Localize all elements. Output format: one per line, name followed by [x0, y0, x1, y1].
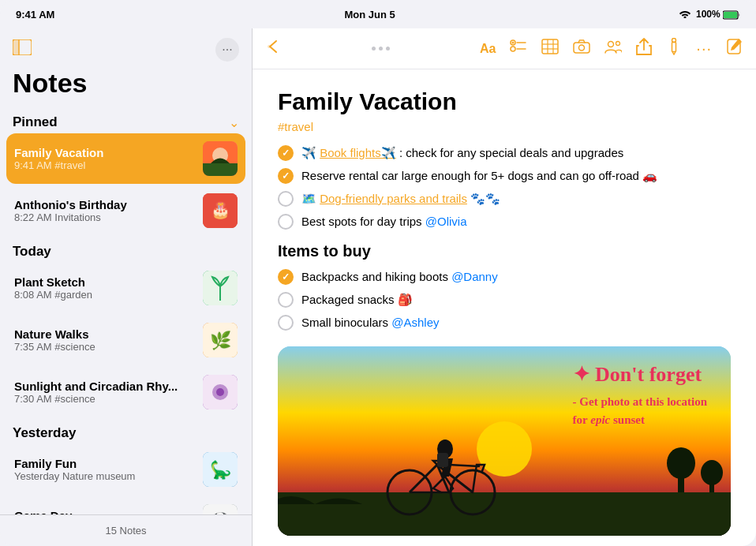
status-bar: 9:41 AM Mon Jun 5 100% — [0, 0, 756, 28]
handwriting-overlay: ✦ Don't forget - Get photo at this locat… — [573, 362, 707, 428]
format-text-button[interactable]: Aa — [480, 42, 496, 56]
note-thumb-nature-walks: 🌿 — [203, 323, 238, 357]
note-title-sunlight-circadian: Sunlight and Circadian Rhy... — [14, 380, 195, 393]
compose-button[interactable] — [726, 38, 743, 59]
markup-button[interactable] — [666, 38, 682, 59]
note-item-family-fun[interactable]: Family Fun Yesterday Nature museum 🦕 — [6, 444, 245, 495]
sidebar-header: ··· — [0, 28, 252, 68]
checklist-text-book-flights: ✈️ Book flights✈️ : check for any specia… — [301, 144, 731, 161]
note-subtitle-plant-sketch: 8:08 AM #garden — [14, 289, 195, 301]
checklist-text-binoculars: Small binoculars @Ashley — [301, 314, 731, 331]
handwriting-line1: ✦ Don't forget — [573, 362, 707, 387]
svg-point-0 — [683, 16, 686, 18]
mention-danny: @Danny — [451, 270, 498, 283]
svg-point-44 — [667, 447, 695, 479]
status-date: Mon Jun 5 — [345, 9, 395, 21]
table-button[interactable] — [541, 39, 559, 58]
checkbox-reserve-car[interactable] — [278, 168, 294, 184]
svg-rect-28 — [542, 39, 558, 54]
note-title-game-day: Game Day — [14, 509, 195, 514]
section-pinned-chevron[interactable]: ⌄ — [229, 115, 239, 130]
note-subtitle-sunlight-circadian: 7:30 AM #science — [14, 393, 195, 405]
wifi-icon — [679, 9, 691, 21]
note-item-family-vacation[interactable]: Family Vacation 9:41 AM #travel — [6, 133, 245, 184]
section-today-label: Today — [13, 244, 51, 260]
checkbox-best-spots[interactable] — [278, 214, 294, 230]
note-item-game-day[interactable]: Game Day Yesterday #soccer ⚽ — [6, 496, 245, 514]
items-to-buy-heading: Items to buy — [278, 242, 731, 260]
svg-point-41 — [477, 421, 532, 477]
section-yesterday-header: Yesterday — [6, 419, 245, 444]
mention-ashley: @Ashley — [391, 316, 439, 329]
link-dog-parks[interactable]: Dog-friendly parks and trails — [320, 192, 467, 205]
note-subtitle-family-fun: Yesterday Nature museum — [14, 470, 195, 482]
svg-text:🦕: 🦕 — [210, 459, 232, 481]
detail-content: Family Vacation #travel ✈️ Book flights✈… — [253, 69, 756, 546]
svg-rect-33 — [574, 43, 589, 53]
collaborate-button[interactable] — [604, 39, 622, 58]
checklist-item-book-flights: ✈️ Book flights✈️ : check for any specia… — [278, 144, 731, 161]
note-image: ✦ Don't forget - Get photo at this locat… — [278, 346, 731, 536]
svg-text:🎂: 🎂 — [211, 200, 230, 219]
svg-rect-38 — [672, 43, 676, 52]
section-pinned-header: Pinned ⌄ — [6, 108, 245, 133]
sidebar-more-button[interactable]: ··· — [215, 38, 239, 62]
toolbar-icons: Aa — [480, 38, 743, 59]
notes-count: 15 Notes — [105, 525, 146, 537]
svg-rect-2 — [724, 12, 737, 18]
svg-point-16 — [216, 388, 224, 396]
checkbox-backpacks[interactable] — [278, 269, 294, 285]
note-detail-tag: #travel — [278, 120, 731, 133]
camera-button[interactable] — [573, 39, 590, 58]
link-book-flights[interactable]: Book flights✈️ — [320, 146, 396, 159]
checklist-button[interactable] — [510, 39, 527, 58]
checklist-text-dog-parks: 🗺️ Dog-friendly parks and trails 🐾🐾 — [301, 190, 731, 207]
checkbox-binoculars[interactable] — [278, 315, 294, 331]
checklist-text-backpacks: Backpacks and hiking boots @Danny — [301, 268, 731, 285]
status-time: 9:41 AM — [16, 9, 54, 21]
sidebar-toggle-icon[interactable] — [13, 39, 32, 60]
note-item-nature-walks[interactable]: Nature Walks 7:35 AM #science 🌿 — [6, 315, 245, 365]
note-item-sunlight-circadian[interactable]: Sunlight and Circadian Rhy... 7:30 AM #s… — [6, 367, 245, 417]
note-subtitle-family-vacation: 9:41 AM #travel — [14, 159, 195, 171]
note-subtitle-nature-walks: 7:35 AM #science — [14, 341, 195, 353]
checklist-text-snacks: Packaged snacks 🎒 — [301, 291, 731, 308]
note-item-plant-sketch[interactable]: Plant Sketch 8:08 AM #garden — [6, 263, 245, 313]
svg-point-46 — [701, 460, 723, 485]
note-thumb-anthonios-birthday: 🎂 — [203, 193, 238, 228]
checkbox-dog-parks[interactable] — [278, 191, 294, 207]
checklist-item-binoculars: Small binoculars @Ashley — [278, 314, 731, 331]
sidebar-list: Pinned ⌄ Family Vacation 9:41 AM #travel — [0, 108, 252, 514]
svg-rect-7 — [203, 163, 238, 176]
section-pinned-label: Pinned — [13, 114, 58, 130]
checkbox-book-flights[interactable] — [278, 145, 294, 161]
back-button[interactable] — [265, 38, 283, 60]
section-yesterday-label: Yesterday — [13, 425, 76, 441]
detail-toolbar: Aa — [253, 28, 756, 69]
checklist-text-best-spots: Best spots for day trips @Olivia — [301, 213, 731, 230]
handwriting-line2: - Get photo at this locationfor epic sun… — [573, 393, 707, 428]
sidebar: ··· Notes Pinned ⌄ Family Vacation 9:41 … — [0, 28, 253, 546]
note-title-family-fun: Family Fun — [14, 457, 195, 470]
svg-text:🌿: 🌿 — [210, 330, 232, 351]
share-button[interactable] — [636, 38, 652, 59]
note-thumb-sunlight-circadian — [203, 375, 238, 410]
checklist-item-backpacks: Backpacks and hiking boots @Danny — [278, 268, 731, 285]
checklist-item-dog-parks: 🗺️ Dog-friendly parks and trails 🐾🐾 — [278, 190, 731, 207]
note-item-anthonios-birthday[interactable]: Anthonio's Birthday 8:22 AM Invitations … — [6, 185, 245, 236]
more-button[interactable]: ··· — [696, 39, 712, 58]
note-thumb-plant-sketch — [203, 271, 238, 305]
mention-olivia: @Olivia — [425, 215, 467, 228]
svg-rect-50 — [437, 453, 448, 467]
note-thumb-family-fun: 🦕 — [203, 452, 238, 487]
battery-icon: 100% — [696, 9, 740, 20]
svg-point-26 — [511, 47, 515, 51]
note-thumb-family-vacation — [203, 141, 238, 176]
checkbox-snacks[interactable] — [278, 292, 294, 308]
checklist-item-reserve-car: Reserve rental car large enough for 5+ d… — [278, 167, 731, 184]
svg-point-34 — [579, 45, 585, 50]
svg-point-36 — [616, 42, 620, 46]
note-subtitle-anthonios-birthday: 8:22 AM Invitations — [14, 211, 195, 223]
toolbar-dots — [295, 47, 467, 50]
checklist-item-best-spots: Best spots for day trips @Olivia — [278, 213, 731, 230]
